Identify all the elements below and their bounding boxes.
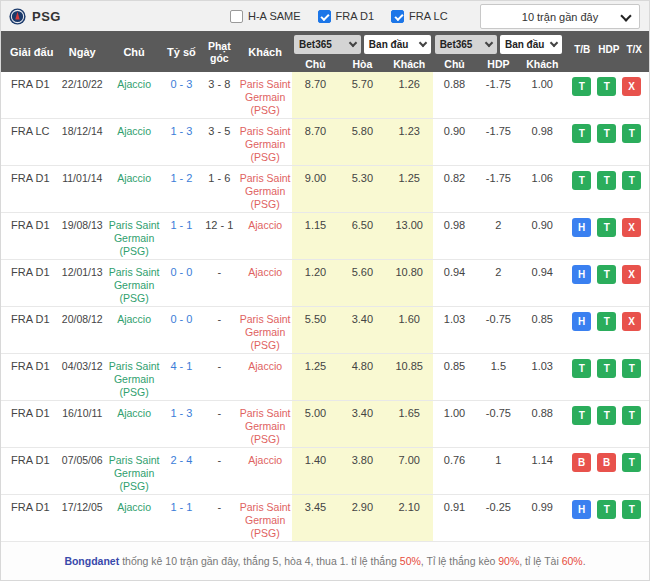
filter-fra-lc[interactable]: FRA LC xyxy=(391,10,448,23)
score-link[interactable]: 2 - 4 xyxy=(170,454,192,466)
odds-1x2-home: 9.00 xyxy=(292,166,339,212)
odds-1x2-home: 3.45 xyxy=(292,495,339,541)
result-badge: T xyxy=(597,124,616,143)
odds-hdp-away: 0.99 xyxy=(520,495,564,541)
league-cell: FRA D1 xyxy=(1,166,59,212)
date-cell: 11/01/14 xyxy=(59,166,106,212)
sub-col-home: Chủ xyxy=(433,58,477,70)
odds-hdp-line: 1.5 xyxy=(476,354,520,400)
score-link[interactable]: 0 - 0 xyxy=(170,313,192,325)
match-row: FRA D1 16/10/11 Ajaccio 1 - 3 - Paris Sa… xyxy=(1,401,649,448)
match-history-panel: PSG H-A SAME FRA D1 FRA LC 10 trận gần đ… xyxy=(0,0,650,581)
odds-1x2-home: 5.00 xyxy=(292,401,339,447)
score-link[interactable]: 1 - 1 xyxy=(170,219,192,231)
odds-1x2-away: 2.10 xyxy=(386,495,433,541)
fra-lc-checkbox[interactable] xyxy=(391,10,404,23)
result-badge: T xyxy=(572,406,591,425)
odds-1x2-draw: 2.90 xyxy=(339,495,386,541)
result-badge: T xyxy=(622,124,641,143)
col-hdp-result: HDP xyxy=(598,44,618,55)
result-badges: TTX xyxy=(564,72,649,118)
date-cell: 04/03/12 xyxy=(59,354,106,400)
away-team: Ajaccio xyxy=(248,360,282,372)
match-range-select[interactable]: 10 trận gần đây xyxy=(480,4,640,29)
score-link[interactable]: 4 - 1 xyxy=(170,360,192,372)
score-link[interactable]: 1 - 3 xyxy=(170,125,192,137)
odds-1x2-away: 1.25 xyxy=(386,166,433,212)
odds-hdp-home: 0.88 xyxy=(433,72,477,118)
away-team: Ajaccio xyxy=(248,266,282,278)
col-score: Tỷ số xyxy=(163,31,201,72)
odds-hdp-line: -1.75 xyxy=(476,72,520,118)
team-title: PSG xyxy=(32,9,61,24)
odds-hdp-away: 1.06 xyxy=(520,166,564,212)
sub-col-hdp: HDP xyxy=(476,58,520,70)
result-badge: T xyxy=(572,171,591,190)
result-badge: T xyxy=(572,77,591,96)
result-badge: B xyxy=(572,453,591,472)
away-team: Paris Saint Germain (PSG) xyxy=(240,172,291,210)
match-row: FRA D1 07/05/06 Paris Saint Germain (PSG… xyxy=(1,448,649,495)
corner-cell: - xyxy=(200,354,238,400)
score-link[interactable]: 0 - 0 xyxy=(170,266,192,278)
win-rate: 50% xyxy=(400,555,421,567)
score-link[interactable]: 0 - 3 xyxy=(170,78,192,90)
bookmaker-select-2[interactable]: Bet365 xyxy=(435,35,497,54)
odds-1x2-draw: 4.80 xyxy=(339,354,386,400)
odds-hdp-away: 0.98 xyxy=(520,119,564,165)
match-row: FRA D1 04/03/12 Paris Saint Germain (PSG… xyxy=(1,354,649,401)
result-badge: T xyxy=(572,124,591,143)
score-link[interactable]: 1 - 3 xyxy=(170,407,192,419)
league-cell: FRA D1 xyxy=(1,495,59,541)
result-badge: X xyxy=(622,312,641,331)
odds-1x2-home: 8.70 xyxy=(292,72,339,118)
result-badge: T xyxy=(597,406,616,425)
odds-hdp-line: 2 xyxy=(476,213,520,259)
odds-hdp-home: 1.00 xyxy=(433,401,477,447)
league-cell: FRA D1 xyxy=(1,307,59,353)
corner-cell: - xyxy=(200,448,238,494)
ha-same-checkbox[interactable] xyxy=(230,10,243,23)
odds-hdp-line: -0.75 xyxy=(476,401,520,447)
score-link[interactable]: 1 - 2 xyxy=(170,172,192,184)
result-badge: H xyxy=(572,265,591,284)
sub-col-away: Khách xyxy=(520,58,564,70)
odds-1x2-away: 1.26 xyxy=(386,72,433,118)
brand-label: Bongdanet xyxy=(64,555,119,567)
filter-fra-d1[interactable]: FRA D1 xyxy=(318,10,375,23)
odds-1x2-away: 10.85 xyxy=(386,354,433,400)
result-badge: T xyxy=(597,500,616,519)
odds-hdp-header: Bet365 Ban đầu Chủ HDP Khách xyxy=(433,31,565,72)
odds-hdp-away: 1.00 xyxy=(520,72,564,118)
filter-ha-same[interactable]: H-A SAME xyxy=(230,10,301,23)
away-team: Paris Saint Germain (PSG) xyxy=(240,407,291,445)
score-link[interactable]: 1 - 1 xyxy=(170,501,192,513)
result-badges: TTT xyxy=(564,354,649,400)
result-badge: T xyxy=(622,359,641,378)
league-cell: FRA D1 xyxy=(1,354,59,400)
bookmaker-select-1[interactable]: Bet365 xyxy=(294,35,361,54)
match-row: FRA D1 19/08/13 Paris Saint Germain (PSG… xyxy=(1,213,649,260)
odds-1x2-away: 1.23 xyxy=(386,119,433,165)
col-tb: T/B xyxy=(572,44,592,55)
home-team: Ajaccio xyxy=(117,501,151,513)
result-badges: TTT xyxy=(564,401,649,447)
odds-1x2-away: 1.65 xyxy=(386,401,433,447)
league-cell: FRA D1 xyxy=(1,401,59,447)
odds-time-select-1[interactable]: Ban đầu xyxy=(364,35,431,54)
odds-hdp-home: 0.90 xyxy=(433,119,477,165)
corner-cell: - xyxy=(200,260,238,306)
fra-d1-checkbox[interactable] xyxy=(318,10,331,23)
odds-hdp-away: 0.90 xyxy=(520,213,564,259)
over-rate: 60% xyxy=(562,555,583,567)
odds-time-select-2[interactable]: Ban đầu xyxy=(500,35,562,54)
odds-1x2-home: 1.20 xyxy=(292,260,339,306)
psg-crest-icon xyxy=(9,8,26,25)
date-cell: 19/08/13 xyxy=(59,213,106,259)
hdp-win-rate: 90% xyxy=(498,555,519,567)
odds-1x2-away: 10.80 xyxy=(386,260,433,306)
match-row: FRA LC 18/12/14 Ajaccio 1 - 3 3 - 5 Pari… xyxy=(1,119,649,166)
league-cell: FRA D1 xyxy=(1,213,59,259)
away-team: Ajaccio xyxy=(248,454,282,466)
result-badges: HTX xyxy=(564,260,649,306)
